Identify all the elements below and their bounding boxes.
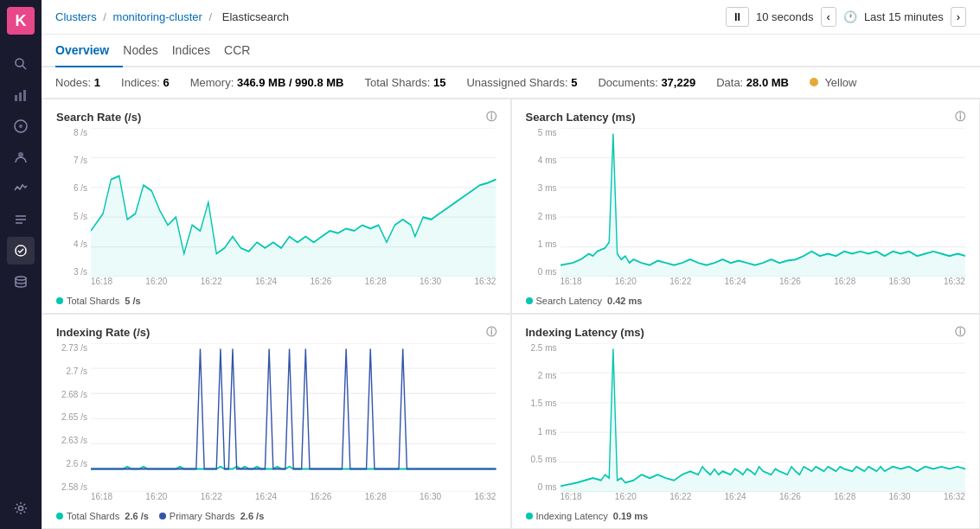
- monitoring-icon[interactable]: [7, 237, 35, 264]
- svg-point-14: [19, 507, 23, 511]
- tabs: Overview Nodes Indices CCR: [42, 35, 980, 67]
- breadcrumb: Clusters / monitoring-cluster / Elastics…: [55, 10, 292, 23]
- compass-icon[interactable]: [7, 112, 35, 140]
- data-icon[interactable]: [7, 268, 35, 296]
- time-range-label: Last 15 minutes: [864, 10, 944, 23]
- indexing-latency-x-labels: 16:18 16:20 16:22 16:24 16:26 16:28 16:3…: [560, 492, 966, 509]
- apm-icon[interactable]: [7, 175, 35, 202]
- shards-stat: Total Shards: 15: [364, 76, 445, 89]
- search-latency-title: Search Latency (ms) ⓘ: [526, 110, 966, 124]
- svg-point-8: [19, 124, 22, 128]
- breadcrumb-current: Elasticsearch: [222, 10, 289, 23]
- charts-area: Search Rate (/s) ⓘ 8 /s 7 /s 6 /s 5 /s 4…: [42, 99, 980, 529]
- indexing-latency-panel: Indexing Latency (ms) ⓘ 2.5 ms 2 ms 1.5 …: [511, 314, 981, 529]
- search-latency-panel: Search Latency (ms) ⓘ 5 ms 4 ms 3 ms 2 m…: [511, 99, 981, 314]
- status-dot: [810, 78, 818, 86]
- visualize-icon[interactable]: [7, 81, 35, 109]
- nav-next-button[interactable]: ›: [951, 7, 966, 27]
- svg-point-13: [16, 277, 26, 280]
- indexing-rate-x-labels: 16:18 16:20 16:22 16:24 16:26 16:28 16:3…: [91, 492, 496, 509]
- logs-icon[interactable]: [7, 206, 35, 233]
- indexing-rate-legend-dot2: [159, 513, 166, 519]
- indexing-rate-svg-container: [91, 343, 496, 492]
- topbar-controls: ⏸ 10 seconds ‹ 🕐 Last 15 minutes ›: [726, 7, 966, 27]
- search-rate-chart: 8 /s 7 /s 6 /s 5 /s 4 /s 3 /s: [56, 128, 496, 294]
- search-latency-chart: 5 ms 4 ms 3 ms 2 ms 1 ms 0 ms: [526, 128, 966, 294]
- indexing-latency-legend: Indexing Latency 0.19 ms: [526, 511, 966, 521]
- tab-indices[interactable]: Indices: [172, 35, 224, 67]
- topbar: Clusters / monitoring-cluster / Elastics…: [42, 0, 980, 35]
- indices-stat: Indices: 6: [121, 76, 170, 89]
- indexing-rate-legend-dot1: [56, 513, 63, 519]
- breadcrumb-clusters[interactable]: Clusters: [55, 10, 97, 23]
- settings-icon[interactable]: [7, 494, 35, 522]
- indexing-rate-title: Indexing Rate (/s) ⓘ: [56, 325, 496, 340]
- svg-point-9: [18, 152, 23, 157]
- search-icon[interactable]: [7, 50, 35, 78]
- indexing-rate-info-icon[interactable]: ⓘ: [486, 325, 496, 340]
- indexing-rate-panel: Indexing Rate (/s) ⓘ 2.73 /s 2.7 /s 2.68…: [42, 314, 511, 529]
- stats-bar: Nodes: 1 Indices: 6 Memory: 346.9 MB / 9…: [42, 67, 980, 99]
- indexing-rate-y-labels: 2.73 /s 2.7 /s 2.68 /s 2.65 /s 2.63 /s 2…: [56, 343, 91, 492]
- search-latency-svg-container: [560, 128, 966, 277]
- search-rate-legend-dot: [56, 297, 63, 304]
- svg-rect-6: [23, 90, 26, 101]
- status-label: Yellow: [824, 76, 856, 89]
- indexing-latency-svg-container: [560, 343, 966, 492]
- breadcrumb-cluster[interactable]: monitoring-cluster: [113, 10, 202, 23]
- tab-overview[interactable]: Overview: [55, 35, 123, 67]
- unassigned-stat: Unassigned Shards: 5: [466, 76, 577, 89]
- indexing-latency-info-icon[interactable]: ⓘ: [955, 325, 965, 340]
- search-rate-panel: Search Rate (/s) ⓘ 8 /s 7 /s 6 /s 5 /s 4…: [42, 99, 511, 314]
- k-logo[interactable]: K: [7, 7, 35, 35]
- pause-button[interactable]: ⏸: [726, 7, 749, 27]
- memory-stat: Memory: 346.9 MB / 990.8 MB: [190, 76, 344, 89]
- sidebar: K: [0, 0, 42, 529]
- svg-point-2: [16, 59, 23, 67]
- breadcrumb-sep1: /: [103, 10, 109, 23]
- search-latency-legend-dot: [526, 297, 533, 304]
- search-latency-x-labels: 16:18 16:20 16:22 16:24 16:26 16:28 16:3…: [560, 277, 966, 294]
- svg-text:K: K: [16, 12, 27, 29]
- indexing-latency-title: Indexing Latency (ms) ⓘ: [526, 325, 966, 340]
- search-latency-info-icon[interactable]: ⓘ: [955, 110, 965, 124]
- status-indicator: Yellow: [810, 76, 857, 89]
- data-stat: Data: 28.0 MB: [716, 76, 789, 89]
- search-rate-y-labels: 8 /s 7 /s 6 /s 5 /s 4 /s 3 /s: [56, 128, 91, 277]
- svg-rect-5: [19, 92, 22, 101]
- indexing-rate-chart: 2.73 /s 2.7 /s 2.68 /s 2.65 /s 2.63 /s 2…: [56, 343, 496, 509]
- search-rate-title: Search Rate (/s) ⓘ: [56, 110, 496, 124]
- tab-ccr[interactable]: CCR: [224, 35, 264, 67]
- search-rate-legend: Total Shards 5 /s: [56, 296, 496, 306]
- nav-prev-button[interactable]: ‹: [821, 7, 836, 27]
- interval-label: 10 seconds: [756, 10, 814, 23]
- svg-rect-4: [15, 95, 17, 101]
- user-icon[interactable]: [7, 143, 35, 171]
- indexing-rate-legend: Total Shards 2.6 /s Primary Shards 2.6 /…: [56, 511, 496, 521]
- docs-stat: Documents: 37,229: [598, 76, 695, 89]
- search-rate-x-labels: 16:18 16:20 16:22 16:24 16:26 16:28 16:3…: [91, 277, 496, 294]
- indexing-latency-legend-dot: [526, 513, 533, 519]
- tab-nodes[interactable]: Nodes: [123, 35, 171, 67]
- search-rate-svg-container: [91, 128, 496, 277]
- svg-line-3: [22, 66, 26, 69]
- time-icon: 🕐: [843, 10, 857, 23]
- indexing-latency-y-labels: 2.5 ms 2 ms 1.5 ms 1 ms 0.5 ms 0 ms: [526, 343, 560, 492]
- main-content: Clusters / monitoring-cluster / Elastics…: [42, 0, 980, 529]
- search-latency-y-labels: 5 ms 4 ms 3 ms 2 ms 1 ms 0 ms: [526, 128, 560, 277]
- indexing-latency-chart: 2.5 ms 2 ms 1.5 ms 1 ms 0.5 ms 0 ms: [526, 343, 966, 509]
- breadcrumb-sep2: /: [209, 10, 215, 23]
- search-latency-legend: Search Latency 0.42 ms: [526, 296, 966, 306]
- search-rate-info-icon[interactable]: ⓘ: [486, 110, 496, 124]
- nodes-stat: Nodes: 1: [55, 76, 100, 89]
